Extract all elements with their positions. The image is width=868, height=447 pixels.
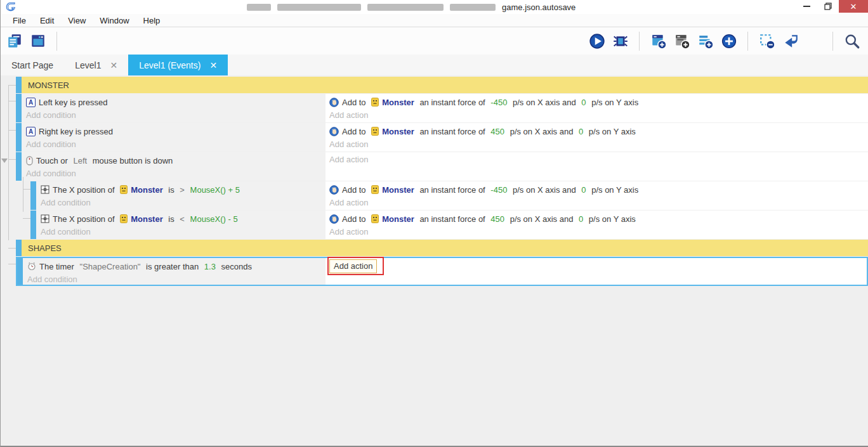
play-button[interactable] (588, 32, 605, 49)
group-header[interactable]: MONSTER (22, 77, 868, 93)
add-event-button[interactable] (650, 32, 667, 49)
tree-gutter (1, 77, 16, 93)
instruction-text: The timer (39, 262, 77, 271)
events-sheet: MONSTERALeft key is pressedAdd condition… (1, 75, 868, 446)
event-handle-bar[interactable] (16, 240, 22, 256)
event-handle-bar[interactable] (16, 123, 22, 152)
parameter-value: 0 (581, 98, 586, 107)
add-circle-button[interactable] (720, 32, 737, 49)
add-condition-link[interactable]: Add condition (26, 139, 76, 149)
remove-selection-button[interactable] (758, 32, 775, 49)
close-button[interactable]: ✕ (839, 0, 868, 13)
group-header[interactable]: SHAPES (22, 240, 868, 256)
undo-button[interactable] (782, 32, 799, 49)
instruction-text: Add to (342, 185, 368, 195)
conditions-cell[interactable]: Touch or Left mouse button is downAdd co… (22, 152, 326, 181)
selected-event-outline: The timer "ShapeCreation" is greater tha… (16, 257, 868, 286)
sub-event-indent (16, 181, 30, 210)
event-group-row[interactable]: SHAPES (1, 240, 868, 256)
tree-gutter (1, 211, 16, 239)
add-condition-link[interactable]: Add condition (41, 227, 91, 236)
redo-button[interactable] (805, 32, 822, 49)
tab-level1-events[interactable]: Level1 (Events)✕ (128, 55, 228, 75)
add-action-link[interactable]: Add action (329, 139, 368, 149)
event-row[interactable]: ALeft key is pressedAdd conditionAdd to … (1, 94, 868, 122)
scene-editor-button[interactable] (29, 32, 46, 49)
parameter-value: -450 (490, 185, 507, 195)
add-subevent-button[interactable] (673, 32, 690, 49)
project-manager-button[interactable] (6, 32, 23, 49)
event-row[interactable]: ARight key is pressedAdd conditionAdd to… (1, 123, 868, 152)
actions-cell[interactable]: Add to Monster an instant force of 450 p… (326, 123, 868, 152)
search-button[interactable] (843, 32, 860, 49)
actions-cell[interactable]: Add to Monster an instant force of -450 … (326, 181, 868, 210)
gdevelop-window: game.json.autosave ✕ FileEditViewWindowH… (0, 0, 868, 447)
add-action-link[interactable]: Add action (329, 227, 368, 236)
tab-level1[interactable]: Level1✕ (64, 55, 128, 75)
sub-event-indent (16, 211, 30, 239)
minimize-button[interactable] (796, 0, 817, 13)
force-icon (329, 98, 339, 107)
instruction-text: is (166, 185, 177, 195)
instruction-text: "ShapeCreation" (80, 262, 141, 271)
conditions-cell[interactable]: The X position of Monster is > MouseX() … (36, 181, 326, 210)
add-action-link[interactable]: Add action (329, 198, 368, 207)
tab-start-page[interactable]: Start Page (1, 55, 64, 75)
restore-button[interactable] (817, 0, 839, 13)
add-condition-link[interactable]: Add condition (27, 275, 77, 284)
tree-gutter (1, 181, 16, 210)
add-condition-link[interactable]: Add condition (26, 110, 76, 120)
actions-cell[interactable]: Add to Monster an instant force of -450 … (326, 94, 868, 122)
event-handle-bar[interactable] (16, 77, 22, 93)
tab-close-icon[interactable]: ✕ (110, 60, 117, 70)
event-handle-bar[interactable] (16, 152, 22, 181)
event-row[interactable]: Touch or Left mouse button is downAdd co… (1, 152, 868, 181)
instruction-text: Add to (342, 98, 368, 107)
menu-file[interactable]: File (6, 15, 33, 27)
event-row[interactable]: The X position of Monster is < MouseX() … (1, 211, 868, 239)
event-handle-bar[interactable] (30, 211, 36, 239)
add-comment-button[interactable] (697, 32, 714, 49)
parameter-value: -450 (490, 98, 507, 107)
add-action-link[interactable]: Add action (329, 155, 368, 164)
tab-close-icon[interactable]: ✕ (209, 60, 217, 70)
monster-icon (371, 185, 379, 194)
keyboard-a-icon: A (26, 127, 36, 136)
event-handle-bar[interactable] (17, 258, 23, 285)
menu-edit[interactable]: Edit (33, 15, 61, 27)
debug-button[interactable] (612, 32, 629, 49)
event-handle-bar[interactable] (16, 94, 22, 122)
toolbar-separator (639, 32, 640, 51)
conditions-cell[interactable]: ALeft key is pressedAdd condition (22, 94, 326, 122)
instruction-text: p/s on Y axis (589, 98, 639, 107)
conditions-cell[interactable]: The X position of Monster is < MouseX() … (36, 211, 326, 239)
menu-view[interactable]: View (61, 15, 93, 27)
instruction-text: seconds (219, 262, 252, 271)
toolbar-separator (747, 32, 748, 51)
tab-label: Level1 (Events) (139, 60, 201, 70)
conditions-cell[interactable]: ARight key is pressedAdd condition (22, 123, 326, 152)
monster-icon (371, 127, 379, 136)
toolbar (1, 27, 868, 55)
add-action-link[interactable]: Add action (329, 110, 368, 120)
add-condition-link[interactable]: Add condition (26, 169, 76, 178)
object-name: Monster (382, 127, 414, 136)
event-group-row[interactable]: MONSTER (1, 77, 868, 93)
actions-cell[interactable]: Add action (326, 152, 868, 181)
conditions-cell[interactable]: The timer "ShapeCreation" is greater tha… (23, 258, 326, 285)
menu-window[interactable]: Window (93, 15, 136, 27)
instruction-text: an instant force of (418, 185, 488, 195)
add-condition-link[interactable]: Add condition (41, 198, 91, 207)
add-action-link[interactable]: Add action (329, 259, 377, 273)
event-handle-bar[interactable] (30, 181, 36, 210)
instruction-text: an instant force of (418, 127, 488, 136)
menu-help[interactable]: Help (136, 15, 168, 27)
tab-label: Level1 (75, 60, 101, 70)
event-row[interactable]: The timer "ShapeCreation" is greater tha… (1, 257, 868, 286)
parameter-value: MouseX() - 5 (190, 214, 238, 224)
redacted-title-block (247, 4, 271, 11)
add-subevent-icon (674, 33, 690, 49)
actions-cell[interactable]: Add to Monster an instant force of 450 p… (326, 211, 868, 239)
event-row[interactable]: The X position of Monster is > MouseX() … (1, 181, 868, 210)
actions-cell[interactable]: Add action (326, 258, 867, 285)
